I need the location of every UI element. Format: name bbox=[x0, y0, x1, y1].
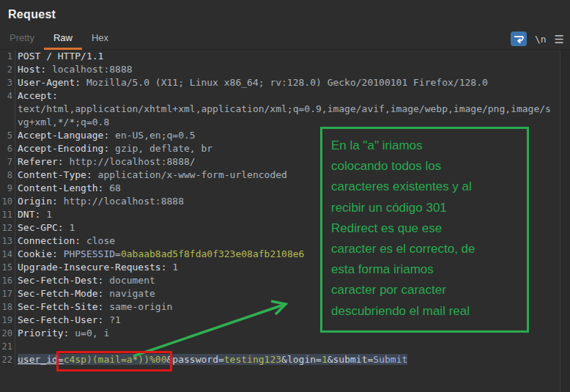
code-token: = bbox=[115, 248, 121, 259]
code-token: Sec-Fetch-Mode: bbox=[18, 288, 109, 299]
tab-raw[interactable]: Raw bbox=[44, 29, 82, 50]
tab-pretty[interactable]: Pretty bbox=[0, 29, 44, 50]
code-row[interactable]: 1POST / HTTP/1.1 bbox=[0, 50, 570, 63]
code-token: Accept-Language: bbox=[18, 130, 115, 141]
code-token: Mozilla/5.0 (X11; Linux x86_64; rv:128.0… bbox=[86, 77, 488, 88]
code-token: testing123 bbox=[224, 354, 281, 365]
panel-titlebar: Request bbox=[0, 0, 570, 29]
line-number: 2 bbox=[0, 63, 15, 76]
line-number: 16 bbox=[0, 274, 15, 287]
code-token: navigate bbox=[109, 288, 155, 299]
code-token: Priority: bbox=[18, 328, 75, 339]
line-number: 1 bbox=[0, 50, 15, 63]
code-line: Priority: u=0, i bbox=[15, 327, 109, 340]
code-token: same-origin bbox=[109, 301, 172, 312]
code-token: 0abaab8ad5f8fda0f323e08afb2108e6 bbox=[121, 248, 304, 259]
line-number: 21 bbox=[0, 340, 15, 353]
line-number: 14 bbox=[0, 248, 15, 261]
code-token: Connection: bbox=[18, 235, 86, 246]
code-line: Sec-GPC: 1 bbox=[15, 221, 75, 234]
code-line: Host: localhost:8888 bbox=[15, 63, 133, 76]
code-token: close bbox=[86, 235, 115, 246]
code-token: PHPSESSID bbox=[64, 248, 115, 259]
code-line: vg+xml,*/*;q=0.8 bbox=[15, 116, 109, 129]
line-number: 4 bbox=[0, 89, 15, 103]
line-number: 8 bbox=[0, 169, 15, 182]
code-token: 1 bbox=[172, 262, 178, 273]
line-number: 13 bbox=[0, 234, 15, 248]
line-number: 6 bbox=[0, 142, 15, 155]
code-token: u=0, i bbox=[75, 328, 109, 339]
code-token: Sec-Fetch-User: bbox=[18, 314, 109, 325]
code-token: Origin: bbox=[18, 196, 64, 207]
code-token: application/x-www-form-urlencoded bbox=[98, 169, 287, 180]
code-line: Content-Length: 68 bbox=[15, 182, 121, 195]
code-line: Sec-Fetch-Mode: navigate bbox=[15, 287, 155, 300]
line-number: 19 bbox=[0, 314, 15, 327]
wrap-lines-icon[interactable] bbox=[511, 32, 527, 46]
line-number: 17 bbox=[0, 287, 15, 300]
annotation-text: En la "a" iriamos colocando todos los ca… bbox=[322, 129, 527, 328]
code-token: text/html,application/xhtml+xml,applicat… bbox=[18, 103, 551, 114]
line-number: 22 bbox=[0, 353, 15, 366]
code-token: Host: bbox=[18, 64, 52, 75]
line-number: 20 bbox=[0, 327, 15, 340]
code-token: Referer: bbox=[18, 156, 69, 167]
code-token: localhost:8888 bbox=[52, 64, 133, 75]
code-token: 68 bbox=[109, 182, 121, 193]
line-number bbox=[0, 103, 15, 116]
code-token: document bbox=[109, 275, 155, 286]
code-token: gzip, deflate, br bbox=[115, 143, 212, 154]
code-line bbox=[15, 340, 18, 353]
editor-toolbar: \n ☰ bbox=[511, 32, 564, 46]
code-token: 1 bbox=[322, 354, 327, 365]
code-token: Accept-Encoding: bbox=[18, 143, 115, 154]
line-number: 7 bbox=[0, 155, 15, 169]
code-token: Submit bbox=[373, 354, 407, 365]
code-token: Sec-GPC: bbox=[18, 222, 69, 233]
code-line: Cookie: PHPSESSID=0abaab8ad5f8fda0f323e0… bbox=[15, 248, 304, 261]
code-token: &password= bbox=[167, 354, 224, 365]
line-number: 10 bbox=[0, 195, 15, 208]
code-token: User-Agent: bbox=[18, 77, 86, 88]
code-token: http://localhost:8888 bbox=[64, 196, 184, 207]
code-row[interactable]: 2Host: localhost:8888 bbox=[0, 63, 570, 76]
code-token: Upgrade-Insecure-Requests: bbox=[18, 262, 172, 273]
code-line: Accept: bbox=[15, 89, 58, 103]
line-number: 9 bbox=[0, 182, 15, 195]
code-line: Accept-Language: en-US,en;q=0.5 bbox=[15, 129, 196, 142]
code-line: Sec-Fetch-Site: same-origin bbox=[15, 300, 172, 314]
tab-hex[interactable]: Hex bbox=[82, 29, 118, 50]
code-line: DNT: 1 bbox=[15, 208, 52, 221]
line-number: 18 bbox=[0, 300, 15, 314]
payload-highlight-red-box bbox=[56, 351, 172, 371]
menu-icon[interactable]: ☰ bbox=[555, 34, 564, 45]
code-token: Sec-Fetch-Site: bbox=[18, 301, 109, 312]
code-row[interactable]: 3User-Agent: Mozilla/5.0 (X11; Linux x86… bbox=[0, 76, 570, 89]
code-line: Origin: http://localhost:8888 bbox=[15, 195, 184, 208]
code-token: Cookie: bbox=[18, 248, 64, 259]
scrollbar-track[interactable] bbox=[560, 50, 570, 392]
code-token: Content-Length: bbox=[18, 182, 109, 193]
code-line: Content-Type: application/x-www-form-url… bbox=[15, 169, 287, 182]
code-line: Upgrade-Insecure-Requests: 1 bbox=[15, 261, 178, 274]
line-number: 11 bbox=[0, 208, 15, 221]
nonprintable-chars-icon[interactable]: \n bbox=[535, 34, 547, 45]
code-line: text/html,application/xhtml+xml,applicat… bbox=[15, 103, 551, 116]
line-number: 12 bbox=[0, 221, 15, 234]
code-token: en-US,en;q=0.5 bbox=[115, 130, 196, 141]
code-token: DNT: bbox=[18, 209, 46, 220]
line-number: 15 bbox=[0, 261, 15, 274]
line-number: 5 bbox=[0, 129, 15, 142]
code-line: Accept-Encoding: gzip, deflate, br bbox=[15, 142, 212, 155]
code-line: Sec-Fetch-User: ?1 bbox=[15, 314, 121, 327]
code-row[interactable]: text/html,application/xhtml+xml,applicat… bbox=[0, 103, 570, 116]
code-token: POST / HTTP/1.1 bbox=[18, 51, 103, 62]
code-token: Sec-Fetch-Dest: bbox=[18, 275, 109, 286]
code-line: POST / HTTP/1.1 bbox=[15, 50, 103, 63]
code-row[interactable]: 4Accept: bbox=[0, 89, 570, 103]
code-token: ?1 bbox=[109, 314, 121, 325]
code-token: vg+xml,*/*;q=0.8 bbox=[18, 117, 109, 127]
code-line: User-Agent: Mozilla/5.0 (X11; Linux x86_… bbox=[15, 76, 488, 89]
code-line: Sec-Fetch-Dest: document bbox=[15, 274, 155, 287]
